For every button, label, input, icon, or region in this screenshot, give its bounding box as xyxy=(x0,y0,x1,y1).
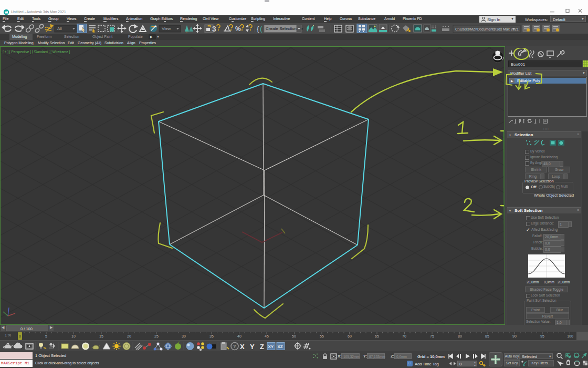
svg-text:XZ: XZ xyxy=(278,344,283,349)
svg-text:{: { xyxy=(257,25,259,33)
svg-text:%: % xyxy=(235,25,241,33)
svg-text:XY: XY xyxy=(268,344,274,349)
svg-text:3: 3 xyxy=(212,25,216,33)
svg-text:?: ? xyxy=(233,344,236,349)
svg-text:View: View xyxy=(162,26,171,31)
svg-text:C:\Users\MZI\Documents\3ds Max: C:\Users\MZI\Documents\3ds Max 2021 xyxy=(455,27,519,31)
svg-text:Z: Z xyxy=(260,343,264,351)
svg-text:All: All xyxy=(57,26,62,31)
svg-text:(: ( xyxy=(260,25,262,33)
svg-text:X: X xyxy=(240,343,245,351)
svg-text:Y: Y xyxy=(250,343,255,351)
